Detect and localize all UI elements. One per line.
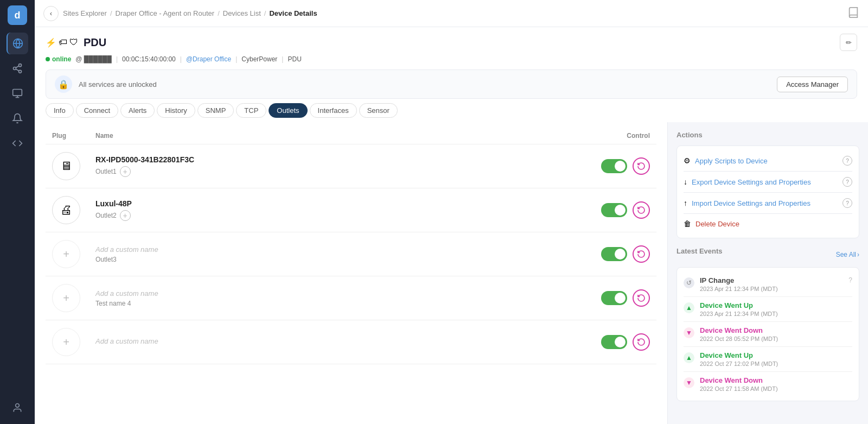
event-item: ▼ Device Went Down 2022 Oct 28 05:52 PM …	[684, 322, 852, 347]
outlet-plug-icon: 🖥	[52, 152, 80, 180]
tab-outlets[interactable]: Outlets	[269, 103, 307, 118]
sidebar-item-topology[interactable]	[7, 58, 28, 79]
outlet-custom-name: Outlet2 +	[95, 210, 563, 221]
tab-alerts[interactable]: Alerts	[120, 103, 155, 118]
outlet-plug-icon: +	[52, 240, 80, 268]
outlet-placeholder[interactable]: Add a custom name	[95, 337, 563, 345]
tab-snmp[interactable]: SNMP	[197, 103, 234, 118]
event-icon: ▼	[684, 377, 694, 388]
lock-bar: 🔒 All services are unlocked Access Manag…	[46, 69, 857, 99]
add-outlet-tag-button[interactable]: +	[120, 210, 131, 221]
tab-tcp[interactable]: TCP	[236, 103, 266, 118]
lock-icon: 🔒	[55, 75, 72, 93]
breadcrumb: Sites Explorer / Draper Office - Agent o…	[63, 9, 317, 17]
action-export-settings[interactable]: ↓ Export Device Settings and Properties …	[684, 172, 852, 193]
outlet-reboot-button[interactable]	[633, 201, 650, 219]
outlet-device-name: Luxul-48P	[95, 199, 563, 208]
breadcrumb-sep-1: /	[110, 9, 112, 17]
tab-history[interactable]: History	[157, 103, 195, 118]
outlet-toggle[interactable]	[601, 203, 627, 217]
outlet-placeholder[interactable]: Add a custom name	[95, 289, 563, 298]
event-icon: ↺	[684, 277, 694, 288]
outlets-content: Plug Name Control 🖥 RX-IPD5000-341B22801…	[35, 122, 667, 424]
meta-sep-2: |	[180, 55, 182, 63]
meta-sep-4: |	[282, 55, 283, 63]
breadcrumb-sep-3: /	[264, 9, 266, 17]
event-name: Device Went Down	[700, 326, 852, 334]
tabs-list: InfoConnectAlertsHistorySNMPTCPOutletsIn…	[46, 99, 857, 122]
outlet-toggle[interactable]	[601, 291, 627, 305]
action-delete-device[interactable]: 🗑 Delete Device	[684, 214, 852, 233]
latest-events-header: Latest Events See All ›	[676, 247, 859, 262]
tab-interfaces[interactable]: Interfaces	[310, 103, 357, 118]
svg-point-2	[19, 64, 22, 67]
event-name: Device Went Up	[700, 351, 852, 359]
tab-connect[interactable]: Connect	[76, 103, 118, 118]
lightning-icon: ⚡	[46, 37, 56, 48]
event-time: 2023 Apr 21 12:34 PM (MDT)	[700, 286, 843, 292]
event-name: Device Went Down	[700, 376, 852, 384]
actions-box: ⚙ Apply Scripts to Device ? ↓ Export Dev…	[676, 145, 859, 238]
help-icon[interactable]: ?	[843, 156, 852, 166]
event-item: ▲ Device Went Up 2022 Oct 27 12:02 PM (M…	[684, 347, 852, 372]
outlet-reboot-button[interactable]	[633, 245, 650, 263]
type-text: PDU	[288, 55, 301, 63]
left-panel: Plug Name Control 🖥 RX-IPD5000-341B22801…	[35, 122, 667, 424]
event-info: Device Went Up 2023 Apr 21 12:34 PM (MDT…	[700, 301, 852, 317]
sidebar-item-monitor[interactable]	[7, 83, 28, 104]
outlet-toggle[interactable]	[601, 159, 627, 173]
sidebar: d	[0, 0, 35, 424]
event-info: Device Went Up 2022 Oct 27 12:02 PM (MDT…	[700, 351, 852, 367]
outlet-toggle[interactable]	[601, 247, 627, 261]
outlet-row-1: 🖥 RX-IPD5000-341B22801F3C Outlet1 +	[46, 144, 656, 188]
outlet-reboot-button[interactable]	[633, 289, 650, 307]
shield-icon: 🛡	[69, 37, 78, 47]
meta-sep-3: |	[235, 55, 237, 63]
outlet-placeholder[interactable]: Add a custom name	[95, 245, 563, 254]
action-label: Export Device Settings and Properties	[692, 178, 838, 186]
edit-device-button[interactable]: ✏	[840, 34, 857, 51]
outlet-plug-icon: 🖨	[52, 196, 80, 224]
action-icon: ↓	[684, 178, 687, 186]
outlet-reboot-button[interactable]	[633, 333, 650, 351]
add-outlet-tag-button[interactable]: +	[120, 166, 131, 177]
breadcrumb-sep-2: /	[218, 9, 220, 17]
back-button[interactable]: ‹	[43, 6, 59, 21]
sidebar-item-sites[interactable]	[7, 33, 28, 54]
online-badge: online	[46, 55, 71, 63]
action-icon: ⚙	[684, 156, 691, 165]
outlets-rows: 🖥 RX-IPD5000-341B22801F3C Outlet1 + 🖨	[46, 144, 656, 364]
action-apply-scripts[interactable]: ⚙ Apply Scripts to Device ?	[684, 150, 852, 172]
sidebar-item-user[interactable]	[7, 397, 28, 419]
breadcrumb-agent[interactable]: Draper Office - Agent on Router	[116, 9, 215, 17]
event-time: 2022 Oct 28 05:52 PM (MDT)	[700, 336, 852, 342]
breadcrumb-devices[interactable]: Devices List	[223, 9, 261, 17]
tag-icon: 🏷	[59, 37, 67, 47]
access-manager-button[interactable]: Access Manager	[777, 77, 848, 92]
outlets-header: Plug Name Control	[46, 128, 656, 144]
svg-point-4	[19, 70, 22, 73]
outlet-plug-icon: +	[52, 284, 80, 312]
outlet-control	[563, 289, 650, 307]
outlet-reboot-button[interactable]	[633, 157, 650, 175]
outlet-toggle[interactable]	[601, 335, 627, 349]
svg-rect-7	[13, 90, 22, 96]
breadcrumb-sites[interactable]: Sites Explorer	[63, 9, 107, 17]
see-all-link[interactable]: See All ›	[836, 251, 859, 258]
tab-info[interactable]: Info	[46, 103, 74, 118]
book-icon[interactable]	[847, 7, 859, 21]
outlet-control	[563, 245, 650, 263]
sidebar-item-alerts[interactable]	[7, 107, 28, 129]
help-icon[interactable]: ?	[843, 198, 852, 208]
events-title: Latest Events	[676, 247, 723, 255]
action-icon: 🗑	[684, 219, 691, 228]
event-icon: ▲	[684, 302, 694, 313]
event-time: 2022 Oct 27 11:58 AM (MDT)	[700, 385, 852, 392]
app-logo[interactable]: d	[8, 5, 27, 25]
location-link[interactable]: @Draper Office	[186, 55, 231, 63]
tab-sensor[interactable]: Sensor	[359, 103, 398, 118]
help-icon[interactable]: ?	[843, 177, 852, 187]
events-box: ↺ IP Change 2023 Apr 21 12:34 PM (MDT) ?…	[676, 267, 859, 401]
action-import-settings[interactable]: ↑ Import Device Settings and Properties …	[684, 193, 852, 214]
sidebar-item-tools[interactable]	[7, 132, 28, 154]
